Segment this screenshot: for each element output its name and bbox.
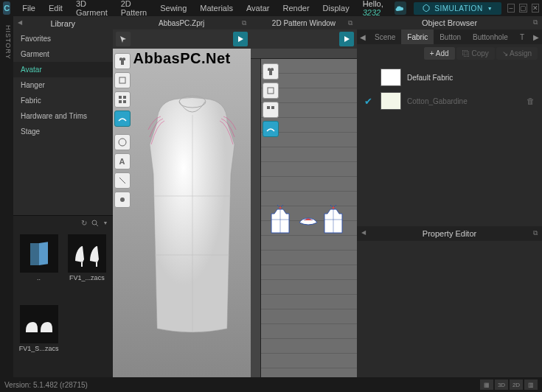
popout-icon[interactable]: ⧉ (348, 19, 352, 27)
svg-rect-18 (271, 106, 274, 109)
menu-bar: C File Edit 3D Garment 2D Pattern Sewing… (0, 0, 542, 16)
collapse-icon[interactable]: ◀ (18, 19, 22, 26)
assign-button[interactable]: ↘ Assign (496, 47, 538, 60)
sneakers-icon (20, 305, 58, 343)
trash-icon[interactable]: 🗑 (527, 97, 535, 105)
tabs-scroll-right[interactable]: ▶ (530, 29, 542, 44)
object-browser-title: Object Browser ⧉ (357, 16, 542, 29)
cloud-button[interactable] (395, 1, 406, 15)
fabric-swatch (381, 92, 401, 110)
svg-point-24 (332, 207, 334, 209)
view-mode-3d[interactable]: 3D (495, 379, 508, 390)
svg-rect-3 (39, 242, 48, 265)
side-tabs: HISTORY MODULAR CONFIGURATOR (0, 16, 13, 377)
view-mode-grid[interactable]: ▦ (480, 379, 493, 390)
view-mode-right[interactable]: ▥ (524, 379, 538, 390)
tab-scene[interactable]: Scene (369, 29, 401, 44)
file-item-sneakers[interactable]: FV1_S...zacs (16, 305, 61, 373)
2dtool-grid[interactable] (263, 102, 279, 118)
3d-canvas[interactable]: AbbasPC.Net A (113, 49, 251, 377)
3dtool-circle[interactable] (114, 134, 131, 150)
ruler-vertical (251, 59, 261, 377)
menu-file[interactable]: File (16, 1, 41, 15)
3d-viewport-title: AbbasPC.Zprj ⧉ (113, 16, 251, 29)
lib-item-fabric[interactable]: Fabric (13, 93, 113, 108)
popout-icon[interactable]: ⧉ (533, 18, 538, 27)
svg-rect-4 (119, 77, 125, 83)
greeting: Hello, 3232 (363, 0, 386, 17)
3dtool-b[interactable] (114, 172, 131, 189)
lib-item-avatar[interactable]: Avatar (13, 62, 113, 77)
tab-fabric[interactable]: Fabric (401, 29, 434, 44)
heels-icon (68, 234, 106, 273)
menu-avatar[interactable]: Avatar (240, 1, 276, 15)
file-item-heels[interactable]: FV1_...zacs (64, 234, 109, 302)
2dtool-shirt[interactable] (263, 63, 279, 80)
search-icon[interactable] (91, 220, 99, 227)
popout-icon[interactable]: ⧉ (533, 229, 538, 237)
sidetab-history[interactable]: HISTORY (3, 22, 13, 377)
menu-sewing[interactable]: Sewing (154, 1, 192, 15)
2dtool-surface[interactable] (263, 121, 279, 137)
svg-point-9 (119, 139, 126, 146)
menu-materials[interactable]: Materials (194, 1, 239, 15)
menu-edit[interactable]: Edit (43, 1, 69, 15)
2d-viewport: 2D Pattern Window ⧉ (251, 16, 357, 377)
chevron-down-icon[interactable]: ▼ (103, 220, 108, 225)
3d-viewport: AbbasPC.Zprj ⧉ AbbasPC.Net A (113, 16, 251, 377)
3dtool-c[interactable] (114, 192, 131, 208)
simulation-button[interactable]: SIMULATION ▼ (414, 2, 501, 15)
copy-button[interactable]: ⿻ Copy (456, 47, 495, 60)
right-panel: Object Browser ⧉ ◀ Scene Fabric Button B… (357, 16, 542, 377)
maximize-button[interactable]: ▢ (519, 4, 527, 13)
svg-rect-6 (123, 96, 126, 99)
3dtool-shirt[interactable] (114, 53, 131, 69)
library-title: ◀ Library (13, 16, 113, 31)
2d-canvas[interactable] (261, 59, 357, 377)
svg-rect-17 (267, 106, 270, 109)
tabs-scroll-left[interactable]: ◀ (357, 29, 369, 44)
check-icon: ✔ (364, 96, 375, 107)
tool-cursor[interactable] (116, 32, 131, 46)
svg-line-10 (119, 178, 125, 183)
fabric-item-gabardine[interactable]: ✔ Cotton_Gabardine 🗑 (360, 89, 539, 113)
2dtool-measure[interactable] (263, 83, 279, 99)
svg-rect-7 (119, 100, 122, 103)
close-button[interactable]: ✕ (532, 4, 539, 13)
file-item-parent[interactable]: .. (16, 234, 61, 302)
folder-icon (20, 234, 58, 273)
fabric-item-default[interactable]: Default Fabric (360, 66, 539, 89)
lib-item-hardware[interactable]: Hardware and Trims (13, 108, 113, 124)
3dtool-measure[interactable] (114, 72, 131, 88)
fabric-swatch (381, 69, 401, 86)
property-editor-title: ◀ Property Editor ⧉ (357, 226, 542, 241)
library-panel: ◀ Library Favorites Garment Avatar Hange… (13, 16, 113, 377)
tool-play-2d[interactable] (339, 32, 354, 46)
tool-play[interactable] (233, 32, 248, 46)
popout-icon[interactable]: ⧉ (242, 19, 246, 27)
ruler-horizontal (251, 49, 357, 59)
svg-rect-2 (30, 243, 39, 265)
svg-rect-5 (119, 96, 122, 99)
lib-item-favorites[interactable]: Favorites (13, 31, 113, 46)
tab-buttonhole[interactable]: Buttonhole (467, 29, 514, 44)
menu-display[interactable]: Display (317, 1, 355, 15)
3dtool-grid[interactable] (114, 91, 131, 108)
svg-point-21 (279, 207, 281, 209)
3dtool-a[interactable]: A (114, 153, 131, 169)
menu-render[interactable]: Render (277, 1, 315, 15)
tab-t[interactable]: T (514, 29, 530, 44)
object-browser-tabs: ◀ Scene Fabric Button Buttonhole T ▶ (357, 29, 542, 44)
app-logo: C (3, 1, 10, 15)
lib-item-stage[interactable]: Stage (13, 124, 113, 139)
tab-button[interactable]: Button (434, 29, 467, 44)
collapse-icon[interactable]: ◀ (361, 229, 366, 236)
view-mode-2d[interactable]: 2D (510, 379, 523, 390)
3dtool-surface[interactable] (114, 111, 131, 127)
lib-item-garment[interactable]: Garment (13, 46, 113, 62)
add-button[interactable]: + Add (424, 47, 455, 60)
minimize-button[interactable]: – (507, 4, 515, 13)
version-label: Version: 5.1.482 (r28715) (4, 381, 88, 389)
refresh-icon[interactable]: ↻ (81, 219, 87, 227)
lib-item-hanger[interactable]: Hanger (13, 77, 113, 93)
